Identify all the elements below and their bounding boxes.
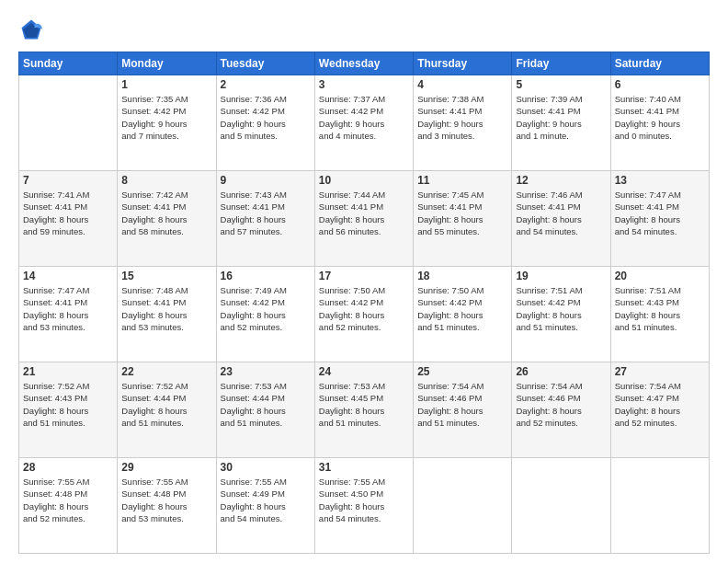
day-cell: 13Sunrise: 7:47 AM Sunset: 4:41 PM Dayli… xyxy=(610,171,709,267)
day-cell: 3Sunrise: 7:37 AM Sunset: 4:42 PM Daylig… xyxy=(314,75,413,171)
day-cell: 14Sunrise: 7:47 AM Sunset: 4:41 PM Dayli… xyxy=(19,267,118,362)
day-info: Sunrise: 7:49 AM Sunset: 4:42 PM Dayligh… xyxy=(221,284,311,333)
day-cell: 22Sunrise: 7:52 AM Sunset: 4:44 PM Dayli… xyxy=(118,362,216,458)
day-cell: 9Sunrise: 7:43 AM Sunset: 4:41 PM Daylig… xyxy=(216,171,314,267)
weekday-header-saturday: Saturday xyxy=(610,52,709,75)
day-number: 12 xyxy=(516,174,606,187)
day-number: 23 xyxy=(221,365,311,378)
day-number: 1 xyxy=(121,78,211,91)
day-info: Sunrise: 7:50 AM Sunset: 4:42 PM Dayligh… xyxy=(319,284,409,333)
day-cell: 29Sunrise: 7:55 AM Sunset: 4:48 PM Dayli… xyxy=(118,458,216,554)
day-cell: 27Sunrise: 7:54 AM Sunset: 4:47 PM Dayli… xyxy=(610,362,709,458)
weekday-header-row: SundayMondayTuesdayWednesdayThursdayFrid… xyxy=(19,52,710,75)
day-cell: 20Sunrise: 7:51 AM Sunset: 4:43 PM Dayli… xyxy=(610,267,709,362)
day-number: 10 xyxy=(319,174,409,187)
logo-icon xyxy=(18,17,44,42)
day-cell: 12Sunrise: 7:46 AM Sunset: 4:41 PM Dayli… xyxy=(512,171,610,267)
day-cell: 4Sunrise: 7:38 AM Sunset: 4:41 PM Daylig… xyxy=(414,75,512,171)
day-cell xyxy=(610,458,709,554)
day-number: 29 xyxy=(121,461,211,474)
day-info: Sunrise: 7:51 AM Sunset: 4:43 PM Dayligh… xyxy=(615,284,705,333)
day-info: Sunrise: 7:51 AM Sunset: 4:42 PM Dayligh… xyxy=(516,284,606,333)
day-number: 11 xyxy=(417,174,507,187)
day-cell: 7Sunrise: 7:41 AM Sunset: 4:41 PM Daylig… xyxy=(19,171,118,267)
day-info: Sunrise: 7:37 AM Sunset: 4:42 PM Dayligh… xyxy=(319,93,409,142)
day-cell: 26Sunrise: 7:54 AM Sunset: 4:46 PM Dayli… xyxy=(512,362,610,458)
day-info: Sunrise: 7:55 AM Sunset: 4:50 PM Dayligh… xyxy=(319,476,409,524)
day-cell: 2Sunrise: 7:36 AM Sunset: 4:42 PM Daylig… xyxy=(216,75,314,171)
day-number: 2 xyxy=(221,78,311,91)
day-cell xyxy=(512,458,610,554)
header xyxy=(18,17,710,42)
day-info: Sunrise: 7:35 AM Sunset: 4:42 PM Dayligh… xyxy=(121,93,211,142)
day-info: Sunrise: 7:52 AM Sunset: 4:43 PM Dayligh… xyxy=(23,380,113,429)
day-number: 14 xyxy=(23,270,113,282)
day-info: Sunrise: 7:46 AM Sunset: 4:41 PM Dayligh… xyxy=(516,189,606,237)
day-number: 5 xyxy=(516,78,606,91)
day-number: 3 xyxy=(319,78,409,91)
week-row-1: 1Sunrise: 7:35 AM Sunset: 4:42 PM Daylig… xyxy=(19,75,710,171)
day-number: 30 xyxy=(221,461,311,474)
day-info: Sunrise: 7:54 AM Sunset: 4:46 PM Dayligh… xyxy=(516,380,606,429)
day-cell xyxy=(19,75,118,171)
day-info: Sunrise: 7:53 AM Sunset: 4:44 PM Dayligh… xyxy=(221,380,311,429)
day-number: 24 xyxy=(319,365,409,378)
day-info: Sunrise: 7:47 AM Sunset: 4:41 PM Dayligh… xyxy=(615,189,705,237)
day-info: Sunrise: 7:42 AM Sunset: 4:41 PM Dayligh… xyxy=(121,189,211,237)
day-cell: 16Sunrise: 7:49 AM Sunset: 4:42 PM Dayli… xyxy=(216,267,314,362)
day-number: 15 xyxy=(121,270,211,282)
day-number: 27 xyxy=(615,365,705,378)
day-cell xyxy=(414,458,512,554)
day-cell: 17Sunrise: 7:50 AM Sunset: 4:42 PM Dayli… xyxy=(314,267,413,362)
day-cell: 19Sunrise: 7:51 AM Sunset: 4:42 PM Dayli… xyxy=(512,267,610,362)
day-number: 25 xyxy=(417,365,507,378)
day-number: 22 xyxy=(121,365,211,378)
day-info: Sunrise: 7:47 AM Sunset: 4:41 PM Dayligh… xyxy=(23,284,113,333)
day-number: 13 xyxy=(615,174,705,187)
day-cell: 25Sunrise: 7:54 AM Sunset: 4:46 PM Dayli… xyxy=(414,362,512,458)
day-cell: 28Sunrise: 7:55 AM Sunset: 4:48 PM Dayli… xyxy=(19,458,118,554)
calendar: SundayMondayTuesdayWednesdayThursdayFrid… xyxy=(18,52,710,554)
day-info: Sunrise: 7:55 AM Sunset: 4:48 PM Dayligh… xyxy=(23,476,113,524)
day-number: 31 xyxy=(319,461,409,474)
day-number: 7 xyxy=(23,174,113,187)
day-info: Sunrise: 7:43 AM Sunset: 4:41 PM Dayligh… xyxy=(221,189,311,237)
weekday-header-friday: Friday xyxy=(512,52,610,75)
day-info: Sunrise: 7:40 AM Sunset: 4:41 PM Dayligh… xyxy=(615,93,705,142)
day-cell: 11Sunrise: 7:45 AM Sunset: 4:41 PM Dayli… xyxy=(414,171,512,267)
day-number: 28 xyxy=(23,461,113,474)
day-number: 16 xyxy=(221,270,311,282)
weekday-header-wednesday: Wednesday xyxy=(314,52,413,75)
day-info: Sunrise: 7:54 AM Sunset: 4:47 PM Dayligh… xyxy=(615,380,705,429)
day-cell: 23Sunrise: 7:53 AM Sunset: 4:44 PM Dayli… xyxy=(216,362,314,458)
day-number: 26 xyxy=(516,365,606,378)
weekday-header-monday: Monday xyxy=(118,52,216,75)
day-cell: 24Sunrise: 7:53 AM Sunset: 4:45 PM Dayli… xyxy=(314,362,413,458)
day-cell: 5Sunrise: 7:39 AM Sunset: 4:41 PM Daylig… xyxy=(512,75,610,171)
week-row-2: 7Sunrise: 7:41 AM Sunset: 4:41 PM Daylig… xyxy=(19,171,710,267)
day-cell: 10Sunrise: 7:44 AM Sunset: 4:41 PM Dayli… xyxy=(314,171,413,267)
day-cell: 6Sunrise: 7:40 AM Sunset: 4:41 PM Daylig… xyxy=(610,75,709,171)
day-info: Sunrise: 7:54 AM Sunset: 4:46 PM Dayligh… xyxy=(417,380,507,429)
day-info: Sunrise: 7:41 AM Sunset: 4:41 PM Dayligh… xyxy=(23,189,113,237)
day-info: Sunrise: 7:55 AM Sunset: 4:48 PM Dayligh… xyxy=(121,476,211,524)
day-info: Sunrise: 7:44 AM Sunset: 4:41 PM Dayligh… xyxy=(319,189,409,237)
day-cell: 15Sunrise: 7:48 AM Sunset: 4:41 PM Dayli… xyxy=(118,267,216,362)
week-row-5: 28Sunrise: 7:55 AM Sunset: 4:48 PM Dayli… xyxy=(19,458,710,554)
weekday-header-thursday: Thursday xyxy=(414,52,512,75)
day-cell: 1Sunrise: 7:35 AM Sunset: 4:42 PM Daylig… xyxy=(118,75,216,171)
weekday-header-sunday: Sunday xyxy=(19,52,118,75)
day-number: 6 xyxy=(615,78,705,91)
day-info: Sunrise: 7:38 AM Sunset: 4:41 PM Dayligh… xyxy=(417,93,507,142)
day-info: Sunrise: 7:36 AM Sunset: 4:42 PM Dayligh… xyxy=(221,93,311,142)
page: SundayMondayTuesdayWednesdayThursdayFrid… xyxy=(0,0,728,563)
day-number: 18 xyxy=(417,270,507,282)
week-row-4: 21Sunrise: 7:52 AM Sunset: 4:43 PM Dayli… xyxy=(19,362,710,458)
day-info: Sunrise: 7:55 AM Sunset: 4:49 PM Dayligh… xyxy=(221,476,311,524)
day-number: 17 xyxy=(319,270,409,282)
day-cell: 31Sunrise: 7:55 AM Sunset: 4:50 PM Dayli… xyxy=(314,458,413,554)
logo xyxy=(18,17,48,42)
day-number: 8 xyxy=(121,174,211,187)
weekday-header-tuesday: Tuesday xyxy=(216,52,314,75)
day-info: Sunrise: 7:52 AM Sunset: 4:44 PM Dayligh… xyxy=(121,380,211,429)
